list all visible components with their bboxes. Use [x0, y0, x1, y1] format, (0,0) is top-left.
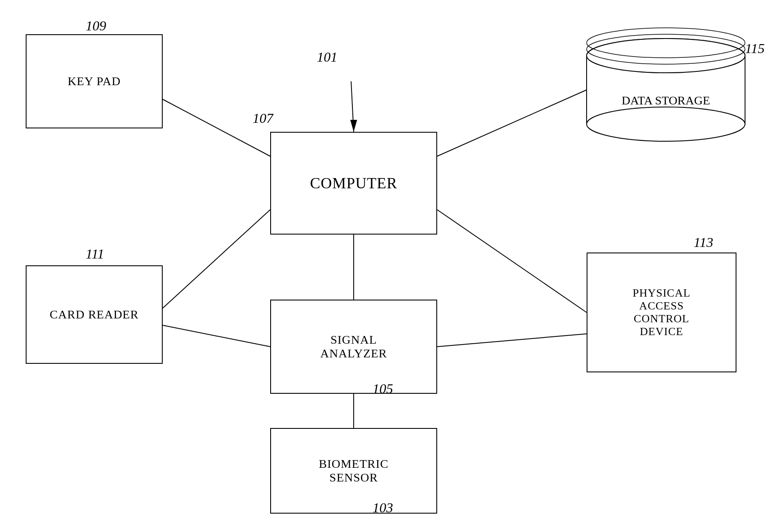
svg-line-7 [437, 334, 587, 347]
biometric-sensor-label: BIOMETRIC SENSOR [319, 457, 389, 484]
card-reader-label: CARD READER [50, 308, 139, 321]
key-pad-box: KEY PAD [26, 34, 163, 128]
card-reader-box: CARD READER [26, 265, 163, 364]
ref-109: 109 [86, 18, 106, 34]
computer-label: COMPUTER [310, 174, 397, 192]
svg-line-2 [163, 210, 270, 308]
svg-line-0 [163, 99, 270, 156]
ref-101: 101 [317, 49, 337, 65]
svg-point-10 [587, 107, 745, 141]
computer-box: COMPUTER [270, 132, 437, 235]
ref-103: 103 [373, 500, 393, 516]
physical-access-label: PHYSICAL ACCESS CONTROL DEVICE [632, 287, 690, 338]
svg-marker-16 [350, 120, 357, 132]
svg-line-1 [437, 90, 587, 156]
svg-point-12 [587, 39, 745, 73]
signal-analyzer-box: SIGNAL ANALYZER [270, 300, 437, 394]
biometric-sensor-box: BIOMETRIC SENSOR [270, 428, 437, 514]
svg-line-6 [163, 325, 270, 347]
physical-access-box: PHYSICAL ACCESS CONTROL DEVICE [587, 253, 736, 372]
ref-113: 113 [694, 235, 713, 250]
svg-line-3 [437, 210, 587, 312]
ref-105: 105 [373, 381, 393, 397]
signal-analyzer-label: SIGNAL ANALYZER [320, 333, 387, 360]
ref-111: 111 [86, 246, 104, 262]
diagram-container: KEY PAD COMPUTER CARD READER SIGNAL ANAL… [0, 0, 781, 532]
key-pad-label: KEY PAD [68, 74, 121, 88]
ref-107: 107 [253, 110, 273, 126]
ref-115: 115 [745, 41, 765, 56]
